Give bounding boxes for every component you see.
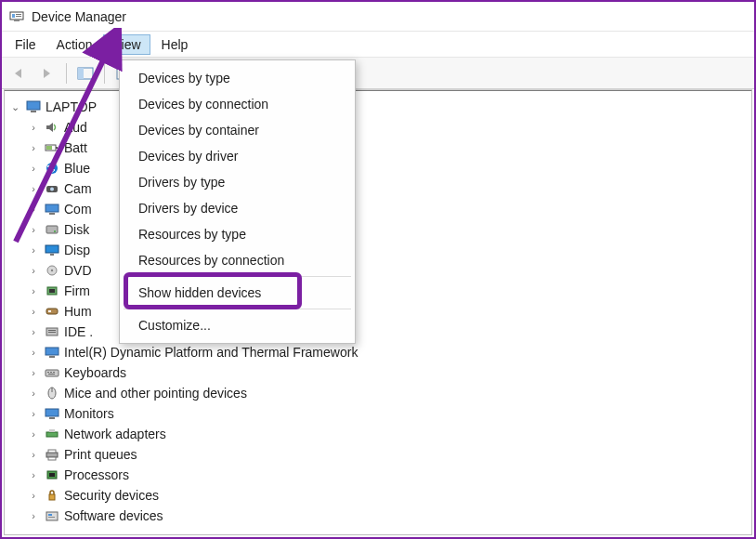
content-area: ⌄ LAPTOP ›Aud›Batt›Blue›Cam›Com›Disk›Dis…: [4, 89, 752, 535]
tree-item[interactable]: ›Network adapters: [8, 424, 748, 444]
disk-icon: [44, 222, 60, 237]
tree-item-label: Keyboards: [64, 365, 126, 380]
menu-separator: [124, 309, 351, 309]
tree-item[interactable]: ›Security devices: [8, 485, 748, 506]
menu-resources-by-type[interactable]: Resources by type: [122, 221, 353, 247]
menu-customize[interactable]: Customize...: [122, 312, 353, 338]
mouse-icon: [44, 386, 60, 401]
cpu-icon: [44, 467, 60, 482]
svg-rect-23: [50, 254, 54, 256]
menu-show-hidden-devices[interactable]: Show hidden devices: [122, 280, 353, 306]
menu-resources-by-connection[interactable]: Resources by connection: [122, 247, 353, 273]
svg-rect-1: [12, 14, 15, 18]
tree-item[interactable]: ›Software devices: [8, 506, 748, 526]
expander-icon[interactable]: ›: [27, 265, 40, 276]
device-tree[interactable]: ⌄ LAPTOP ›Aud›Batt›Blue›Cam›Com›Disk›Dis…: [5, 91, 751, 532]
expander-icon[interactable]: ›: [27, 408, 40, 419]
expander-icon[interactable]: ›: [27, 163, 40, 174]
app-icon: [9, 9, 24, 24]
expander-icon[interactable]: ›: [27, 306, 40, 317]
expander-icon[interactable]: ›: [27, 490, 40, 501]
expander-icon[interactable]: ›: [27, 244, 40, 256]
toolbar-separator: [66, 63, 67, 84]
tree-item[interactable]: ›Monitors: [8, 403, 748, 424]
svg-rect-52: [46, 512, 58, 520]
tree-item-label: Disk: [64, 222, 89, 237]
expander-icon[interactable]: ›: [27, 183, 40, 194]
tree-item-label: Firm: [64, 283, 90, 298]
svg-rect-33: [46, 348, 59, 355]
forward-button[interactable]: [35, 61, 59, 85]
expander-icon[interactable]: ›: [27, 122, 40, 133]
back-button[interactable]: [7, 61, 32, 85]
svg-rect-4: [14, 20, 20, 21]
svg-rect-46: [46, 453, 58, 457]
svg-rect-48: [48, 457, 56, 460]
menu-action[interactable]: Action: [47, 34, 102, 55]
svg-point-25: [51, 270, 53, 271]
menu-devices-by-driver[interactable]: Devices by driver: [122, 143, 353, 169]
svg-rect-22: [46, 245, 59, 253]
svg-point-21: [54, 230, 56, 232]
tree-item[interactable]: ›Print queues: [8, 444, 748, 465]
tree-item[interactable]: ›Intel(R) Dynamic Platform and Thermal F…: [8, 342, 748, 362]
tree-item-label: Intel(R) Dynamic Platform and Thermal Fr…: [64, 345, 358, 360]
computer-icon: [25, 99, 42, 114]
tree-item-label: Blue: [64, 161, 90, 176]
expander-icon[interactable]: ›: [27, 428, 40, 440]
printer-icon: [44, 447, 60, 462]
menu-help[interactable]: Help: [152, 34, 198, 55]
window-title: Device Manager: [32, 9, 126, 24]
menu-view[interactable]: View: [103, 34, 150, 55]
tree-item-label: Network adapters: [64, 427, 166, 441]
expander-icon[interactable]: ›: [27, 388, 40, 399]
menu-devices-by-container[interactable]: Devices by container: [122, 117, 353, 143]
display-icon: [44, 243, 60, 257]
svg-rect-45: [49, 429, 55, 432]
expander-icon[interactable]: ›: [27, 224, 40, 235]
expander-icon[interactable]: ›: [27, 367, 40, 378]
tree-item[interactable]: ›Keyboards: [8, 362, 748, 383]
menu-devices-by-connection[interactable]: Devices by connection: [122, 91, 353, 117]
battery-icon: [44, 140, 60, 155]
monitor-icon: [44, 345, 60, 360]
svg-rect-10: [27, 101, 40, 110]
svg-rect-20: [46, 226, 58, 233]
expander-icon[interactable]: ›: [27, 347, 40, 358]
svg-rect-11: [31, 111, 36, 112]
menu-file[interactable]: File: [6, 34, 46, 55]
menu-devices-by-type[interactable]: Devices by type: [122, 65, 353, 91]
tree-item-label: Monitors: [64, 406, 114, 421]
expander-icon[interactable]: ›: [27, 142, 40, 153]
svg-rect-54: [48, 517, 55, 518]
expander-icon[interactable]: ›: [27, 285, 40, 296]
svg-rect-34: [49, 356, 55, 358]
expander-icon[interactable]: ›: [27, 469, 40, 480]
monitor-icon: [44, 202, 60, 217]
dvd-icon: [44, 263, 60, 278]
expander-icon[interactable]: ⌄: [8, 101, 21, 113]
svg-rect-3: [16, 16, 21, 17]
show-hide-tree-button[interactable]: [73, 61, 98, 85]
expander-icon[interactable]: ›: [27, 449, 40, 460]
menu-drivers-by-device[interactable]: Drivers by device: [122, 195, 353, 221]
svg-rect-53: [48, 514, 52, 516]
svg-rect-51: [49, 494, 55, 500]
tree-item-label: Disp: [64, 243, 90, 257]
svg-rect-43: [49, 417, 55, 419]
security-icon: [44, 488, 60, 503]
tree-item[interactable]: ›Processors: [8, 465, 748, 485]
expander-icon[interactable]: ›: [27, 326, 40, 337]
svg-rect-18: [46, 204, 59, 212]
expander-icon[interactable]: ›: [27, 204, 40, 215]
toolbar: ?: [2, 58, 754, 89]
monitor-icon: [44, 406, 60, 421]
svg-rect-47: [48, 450, 56, 453]
network-icon: [44, 427, 60, 441]
keyboard-icon: [44, 365, 60, 380]
svg-rect-27: [49, 289, 55, 293]
expander-icon[interactable]: ›: [27, 510, 40, 521]
menu-drivers-by-type[interactable]: Drivers by type: [122, 169, 353, 195]
software-icon: [44, 508, 60, 523]
tree-item[interactable]: ›Mice and other pointing devices: [8, 383, 748, 403]
